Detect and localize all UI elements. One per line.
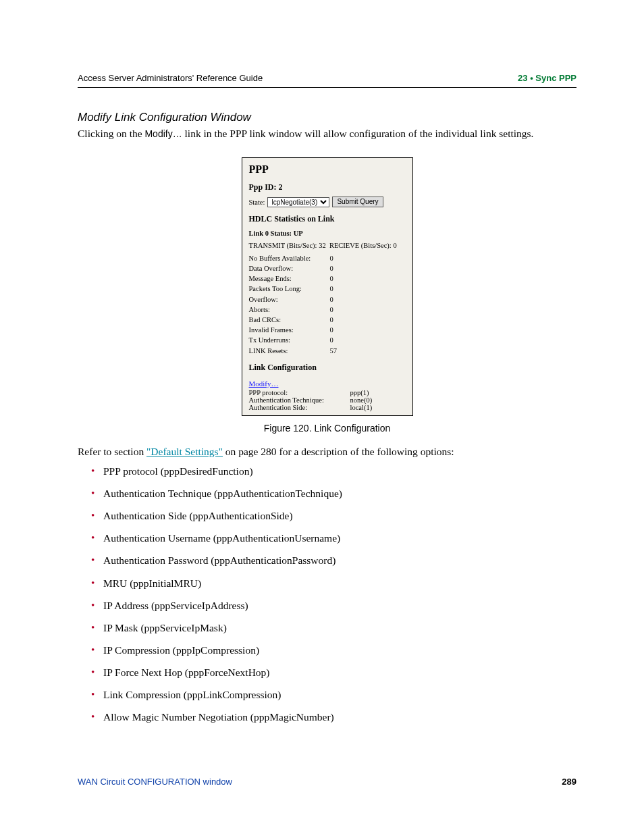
fig-stat-row: Bad CRCs:0 [249,315,406,325]
list-item: IP Compression (pppIpCompression) [91,644,576,657]
modify-link[interactable]: Modify… [249,380,279,388]
fig-stat-row: Message Ends:0 [249,273,406,284]
page-footer: WAN Circuit CONFIGURATION window 289 [78,777,576,787]
fig-rx-label: RECIEVE (Bits/Sec): [329,242,392,249]
options-list: PPP protocol (pppDesiredFunction) Authen… [91,465,576,725]
fig-conf-row: PPP protocol:ppp(1) [249,389,406,396]
fig-hdlc-heading: HDLC Statistics on Link [249,214,406,224]
list-item: Authentication Technique (pppAuthenticat… [91,487,576,500]
intro-paragraph: Clicking on the Modify… link in the PPP … [78,126,576,141]
fig-conf-label: Authentication Side: [249,404,350,411]
fig-tx-label: TRANSMIT (Bits/Sec): [249,242,317,249]
fig-stat-value: 0 [330,284,350,294]
fig-conf-row: Authentication Side:local(1) [249,404,406,411]
fig-stat-value: 0 [330,325,350,335]
state-select[interactable]: lcpNegotiate(3) [267,197,329,207]
fig-stat-row: Invalid Frames:0 [249,325,406,335]
fig-title: PPP [249,163,406,176]
list-item: MRU (pppInitialMRU) [91,577,576,590]
fig-link-conf-heading: Link Configuration [249,363,406,373]
fig-conf-value: local(1) [350,404,373,411]
fig-stat-label: Tx Underruns: [249,335,325,345]
default-settings-link[interactable]: "Default Settings" [146,446,223,457]
page-number: 289 [562,777,576,787]
fig-conf-label: PPP protocol: [249,389,350,396]
header-guide-title: Access Server Administrators' Reference … [78,73,263,83]
refer-pre: Refer to section [78,446,146,457]
header-chapter: 23 • Sync PPP [518,73,576,83]
fig-rx-val: 0 [393,242,396,249]
intro-pre: Clicking on the [78,128,144,139]
list-item: Authentication Username (pppAuthenticati… [91,531,576,545]
fig-stat-label: Message Ends: [249,273,325,284]
page-header: Access Server Administrators' Reference … [78,73,576,83]
fig-stat-label: Aborts: [249,305,325,315]
header-rule [78,87,576,88]
fig-conf-row: Authentication Technique:none(0) [249,396,406,404]
fig-stats-table: No Buffers Available:0 Data Overflow:0 M… [249,253,406,356]
fig-stat-row: Overflow:0 [249,294,406,305]
fig-stat-row: Packets Too Long:0 [249,284,406,294]
list-item: IP Address (pppServiceIpAddress) [91,599,576,613]
list-item: IP Mask (pppServiceIpMask) [91,621,576,635]
fig-stat-label: LINK Resets: [249,346,325,356]
fig-stat-label: No Buffers Available: [249,253,325,263]
fig-stat-label: Bad CRCs: [249,315,325,325]
list-item: PPP protocol (pppDesiredFunction) [91,465,576,478]
fig-stat-row: LINK Resets:57 [249,346,406,356]
section-title: Modify Link Configuration Window [78,111,576,124]
fig-stat-value: 57 [330,346,350,356]
fig-ppp-id: Ppp ID: 2 [249,182,406,192]
fig-stat-row: Tx Underruns:0 [249,335,406,345]
list-item: IP Force Next Hop (pppForceNextHop) [91,666,576,679]
footer-section: WAN Circuit CONFIGURATION window [78,777,232,787]
fig-stat-value: 0 [330,335,350,345]
fig-stat-value: 0 [330,253,350,263]
figure-caption: Figure 120. Link Configuration [78,423,576,434]
refer-post: on page 280 for a description of the fol… [223,446,454,457]
intro-modify-text: Modify… [144,128,182,139]
submit-query-button[interactable]: Submit Query [332,197,383,207]
list-item: Allow Magic Number Negotiation (pppMagic… [91,710,576,724]
fig-stat-row: Aborts:0 [249,305,406,315]
fig-stat-value: 0 [330,315,350,325]
list-item: Authentication Side (pppAuthenticationSi… [91,509,576,523]
fig-stat-row: Data Overflow:0 [249,263,406,273]
fig-stat-label: Invalid Frames: [249,325,325,335]
fig-tx-val: 32 [319,242,326,249]
fig-stat-value: 0 [330,273,350,284]
fig-conf-label: Authentication Technique: [249,396,350,404]
fig-stat-value: 0 [330,294,350,305]
figure-screenshot: PPP Ppp ID: 2 State: lcpNegotiate(3) Sub… [242,157,413,416]
fig-stat-label: Packets Too Long: [249,284,325,294]
fig-conf-value: none(0) [350,396,373,404]
list-item: Link Compression (pppLinkCompression) [91,688,576,702]
fig-link-status: Link 0 Status: UP [249,228,406,238]
intro-post: link in the PPP link window will allow c… [182,128,534,139]
fig-stat-value: 0 [330,305,350,315]
fig-conf-value: ppp(1) [350,389,369,396]
fig-state-label: State: [249,197,265,207]
fig-stat-label: Overflow: [249,294,325,305]
refer-line: Refer to section "Default Settings" on p… [78,446,576,458]
list-item: Authentication Password (pppAuthenticati… [91,554,576,567]
fig-stat-value: 0 [330,263,350,273]
fig-stat-label: Data Overflow: [249,263,325,273]
fig-stat-row: No Buffers Available:0 [249,253,406,263]
